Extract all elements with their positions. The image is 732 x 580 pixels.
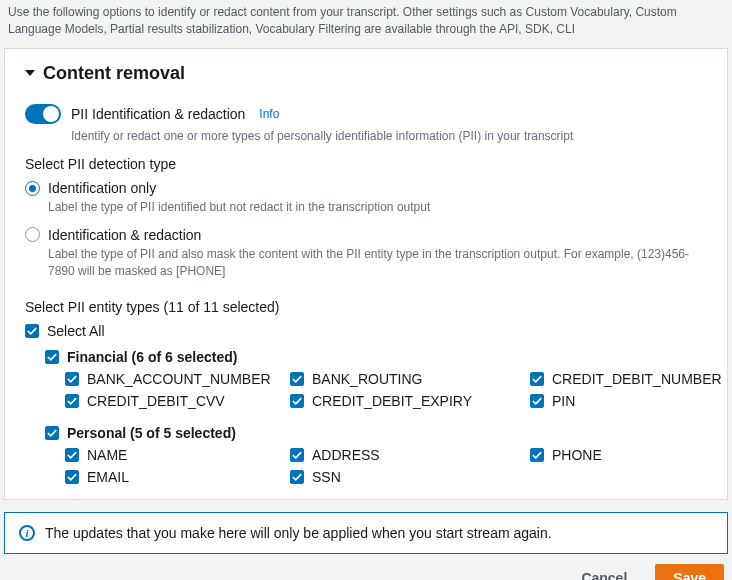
entity-name: NAME xyxy=(65,447,290,463)
entity-checkbox[interactable] xyxy=(290,448,304,462)
radio-identification-redaction-desc: Label the type of PII and also mask the … xyxy=(48,246,707,281)
entity-label: PHONE xyxy=(552,447,602,463)
cancel-button[interactable]: Cancel xyxy=(563,564,645,580)
radio-identification-only: Identification only Label the type of PI… xyxy=(25,180,707,216)
entity-credit-debit-number: CREDIT_DEBIT_NUMBER xyxy=(530,371,722,387)
radio-identification-redaction-label: Identification & redaction xyxy=(48,227,201,243)
info-box-text: The updates that you make here will only… xyxy=(45,525,552,541)
entity-label: EMAIL xyxy=(87,469,129,485)
footer: Cancel Save xyxy=(0,554,732,580)
entity-checkbox[interactable] xyxy=(65,394,79,408)
caret-down-icon xyxy=(25,70,35,76)
entity-checkbox[interactable] xyxy=(290,372,304,386)
entity-label: CREDIT_DEBIT_CVV xyxy=(87,393,225,409)
entity-checkbox[interactable] xyxy=(65,470,79,484)
entity-label: BANK_ACCOUNT_NUMBER xyxy=(87,371,271,387)
detection-radio-group: Identification only Label the type of PI… xyxy=(25,180,707,280)
entity-label: BANK_ROUTING xyxy=(312,371,422,387)
personal-entities: NAME ADDRESS PHONE EMAIL SSN xyxy=(65,447,707,485)
entity-label: ADDRESS xyxy=(312,447,380,463)
entity-credit-debit-expiry: CREDIT_DEBIT_EXPIRY xyxy=(290,393,530,409)
panel-header[interactable]: Content removal xyxy=(5,49,727,98)
entity-checkbox[interactable] xyxy=(530,448,544,462)
entity-phone: PHONE xyxy=(530,447,707,463)
entity-credit-debit-cvv: CREDIT_DEBIT_CVV xyxy=(65,393,290,409)
entity-label: CREDIT_DEBIT_NUMBER xyxy=(552,371,722,387)
info-box: i The updates that you make here will on… xyxy=(4,512,728,554)
page-intro: Use the following options to identify or… xyxy=(0,0,732,48)
info-link[interactable]: Info xyxy=(259,107,279,121)
content-removal-panel: Content removal PII Identification & red… xyxy=(4,48,728,500)
entity-ssn: SSN xyxy=(290,469,530,485)
financial-entities: BANK_ACCOUNT_NUMBER BANK_ROUTING CREDIT_… xyxy=(65,371,707,409)
entity-pin: PIN xyxy=(530,393,722,409)
entity-label: NAME xyxy=(87,447,127,463)
entity-address: ADDRESS xyxy=(290,447,530,463)
entity-label: CREDIT_DEBIT_EXPIRY xyxy=(312,393,472,409)
detection-type-label: Select PII detection type xyxy=(25,156,707,172)
panel-body: PII Identification & redaction Info Iden… xyxy=(5,104,727,499)
radio-identification-redaction: Identification & redaction Label the typ… xyxy=(25,227,707,281)
entity-checkbox[interactable] xyxy=(65,448,79,462)
entity-checkbox[interactable] xyxy=(530,394,544,408)
entity-checkbox[interactable] xyxy=(290,394,304,408)
select-all-label: Select All xyxy=(47,323,105,339)
financial-label: Financial (6 of 6 selected) xyxy=(67,349,237,365)
select-all-row: Select All xyxy=(25,323,707,339)
entity-checkbox[interactable] xyxy=(65,372,79,386)
personal-checkbox[interactable] xyxy=(45,426,59,440)
pii-toggle[interactable] xyxy=(25,104,61,124)
entity-label: PIN xyxy=(552,393,575,409)
financial-category-row: Financial (6 of 6 selected) xyxy=(45,349,707,365)
personal-label: Personal (5 of 5 selected) xyxy=(67,425,236,441)
panel-title: Content removal xyxy=(43,63,185,84)
radio-identification-only-desc: Label the type of PII identified but not… xyxy=(48,199,707,216)
entity-bank-routing: BANK_ROUTING xyxy=(290,371,530,387)
radio-identification-redaction-input[interactable] xyxy=(25,227,40,242)
financial-checkbox[interactable] xyxy=(45,350,59,364)
save-button[interactable]: Save xyxy=(655,564,724,580)
entity-checkbox[interactable] xyxy=(530,372,544,386)
pii-toggle-label: PII Identification & redaction xyxy=(71,106,245,122)
entity-email: EMAIL xyxy=(65,469,290,485)
entity-bank-account-number: BANK_ACCOUNT_NUMBER xyxy=(65,371,290,387)
radio-identification-only-input[interactable] xyxy=(25,181,40,196)
info-icon: i xyxy=(19,525,35,541)
radio-identification-only-label: Identification only xyxy=(48,180,156,196)
entity-types-label: Select PII entity types (11 of 11 select… xyxy=(25,299,707,315)
entity-checkbox[interactable] xyxy=(290,470,304,484)
personal-category-row: Personal (5 of 5 selected) xyxy=(45,425,707,441)
pii-toggle-desc: Identify or redact one or more types of … xyxy=(71,128,707,145)
entity-label: SSN xyxy=(312,469,341,485)
select-all-checkbox[interactable] xyxy=(25,324,39,338)
